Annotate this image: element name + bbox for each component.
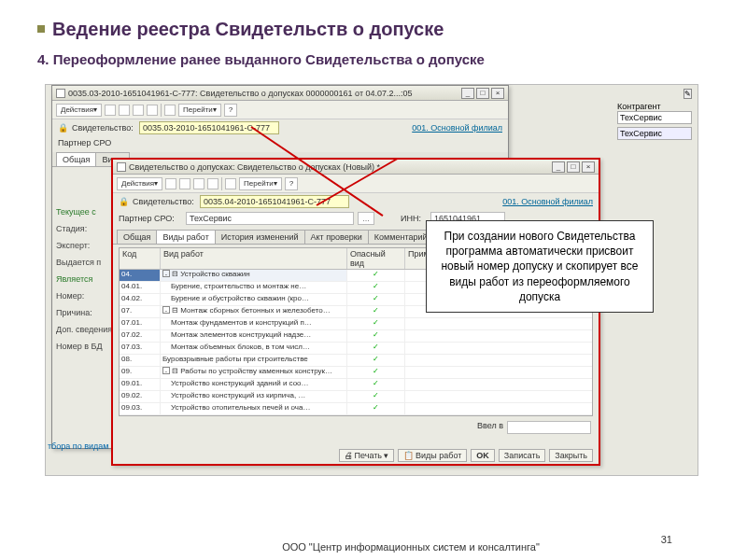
table-row[interactable]: 08.Буровзрывные работы при строительстве… <box>120 355 592 367</box>
tab-1[interactable]: Виды работ <box>156 230 215 244</box>
table-row[interactable]: 07.02. Монтаж элементов конструкций надз… <box>120 330 592 343</box>
table-row[interactable]: 09.-⊟ Работы по устройству каменных конс… <box>120 367 592 379</box>
cert-label: Свидетельство: <box>72 123 135 133</box>
maximize-button[interactable]: □ <box>476 88 489 99</box>
tab-4[interactable]: Комментарий <box>368 230 434 244</box>
close-button[interactable]: × <box>582 161 595 173</box>
tab-3[interactable]: Акт проверки <box>304 230 369 244</box>
button-bar: 🖨 Печать ▾ 📋 Виды работ OK Записать Закр… <box>119 449 593 462</box>
bottom-filter-text: тбора по видам <box>48 441 108 451</box>
callout-box: При создании нового Свидетельства програ… <box>426 220 654 313</box>
tb-icon[interactable] <box>193 178 204 189</box>
cert-label: Свидетельство: <box>133 197 196 206</box>
tb-icon[interactable] <box>179 178 190 189</box>
tb-icon-3[interactable] <box>133 105 144 116</box>
actions-menu[interactable]: Действия ▾ <box>56 104 102 117</box>
contragent-input[interactable]: ТехСервис <box>617 111 692 124</box>
table-row[interactable]: 09.02. Устройство конструкций из кирпича… <box>120 391 592 403</box>
maximize-button[interactable]: □ <box>567 161 580 173</box>
tab-2[interactable]: История изменений <box>215 230 305 244</box>
branch-link[interactable]: 001. Основной филиал <box>502 197 593 206</box>
tb-icon[interactable] <box>207 178 218 189</box>
col-code[interactable]: Код <box>120 248 161 269</box>
footer-text: ООО "Центр информационных систем и конса… <box>37 541 747 553</box>
lock-icon: 🔒 <box>119 197 129 206</box>
save-button[interactable]: Записать <box>499 449 545 462</box>
title-bar-new[interactable]: Свидетельство о допусках: Свидетельство … <box>113 160 599 175</box>
tb-icon-1[interactable] <box>105 105 116 116</box>
types-button[interactable]: 📋 Виды работ <box>398 449 467 462</box>
window-title-text: 0035.03-2010-1651041961-С-777: Свидетель… <box>68 89 461 98</box>
contragent-input2[interactable]: ТехСервис <box>617 127 692 140</box>
partner-field[interactable]: ТехСервис <box>186 212 354 225</box>
ok-button[interactable]: OK <box>471 449 495 462</box>
partner-picker[interactable]: … <box>358 212 374 225</box>
minimize-button[interactable]: _ <box>552 161 565 173</box>
window-title-text-new: Свидетельство о допусках: Свидетельство … <box>129 162 552 172</box>
tb-icon-4[interactable] <box>147 105 158 116</box>
close-form-button[interactable]: Закрыть <box>549 449 593 462</box>
bullet-icon <box>37 25 45 33</box>
tb-icon[interactable] <box>225 178 236 189</box>
col-danger[interactable]: Опасный вид <box>347 248 405 269</box>
table-row[interactable]: 07.03. Монтаж объемных блоков, в том чис… <box>120 343 592 355</box>
title-text: Ведение реестра Свидетельств о допуске <box>52 19 444 39</box>
minimize-button[interactable]: _ <box>461 88 474 99</box>
print-button[interactable]: 🖨 Печать ▾ <box>339 449 394 462</box>
doc-icon <box>117 162 126 172</box>
table-row[interactable]: 09.03. Устройство отопительных печей и о… <box>120 403 592 415</box>
table-row[interactable]: 07.01. Монтаж фундаментов и конструкций … <box>120 318 592 330</box>
partner-label: Партнер СРО <box>58 138 121 147</box>
side-labels: Текущее с Стадия: Эксперт: Выдается п Яв… <box>56 207 114 358</box>
partner-label: Партнер СРО: <box>119 214 182 223</box>
toolbar-new: Действия ▾ Перейти ▾ ? <box>113 175 599 193</box>
entered-field[interactable] <box>507 421 591 434</box>
help-button[interactable]: ? <box>224 104 237 117</box>
close-button[interactable]: × <box>491 88 504 99</box>
tb-icon[interactable] <box>165 178 176 189</box>
page-number: 31 <box>661 534 672 545</box>
contragent-label: Контрагент <box>617 102 692 111</box>
table-row[interactable]: 09.01. Устройство конструкций зданий и с… <box>120 379 592 391</box>
goto-menu[interactable]: Перейти ▾ <box>239 177 282 190</box>
tab-general[interactable]: Общая <box>56 152 96 166</box>
help-button[interactable]: ? <box>285 177 298 190</box>
title-bar[interactable]: 0035.03-2010-1651041961-С-777: Свидетель… <box>52 86 508 101</box>
doc-icon <box>56 89 65 98</box>
tab-0[interactable]: Общая <box>117 230 157 244</box>
inn-label: ИНН: <box>401 214 427 223</box>
toolbar: Действия ▾ Перейти ▾ ? <box>52 101 508 119</box>
page-subtitle: 4. Переоформление ранее выданного Свидет… <box>37 51 710 67</box>
lock-icon: 🔒 <box>58 123 68 133</box>
col-work[interactable]: Вид работ <box>161 248 347 269</box>
goto-menu[interactable]: Перейти ▾ <box>178 104 221 117</box>
tool-button[interactable]: ✎ <box>684 89 692 99</box>
branch-link[interactable]: 001. Основной филиал <box>412 123 502 133</box>
tb-icon-2[interactable] <box>119 105 130 116</box>
tb-icon-5[interactable] <box>164 105 176 116</box>
entered-label: Ввел в <box>477 421 503 434</box>
actions-menu[interactable]: Действия ▾ <box>117 177 162 190</box>
right-panel: ✎ Контрагент ТехСервис ТехСервис <box>617 89 692 143</box>
page-title: Ведение реестра Свидетельств о допуске <box>37 19 710 40</box>
